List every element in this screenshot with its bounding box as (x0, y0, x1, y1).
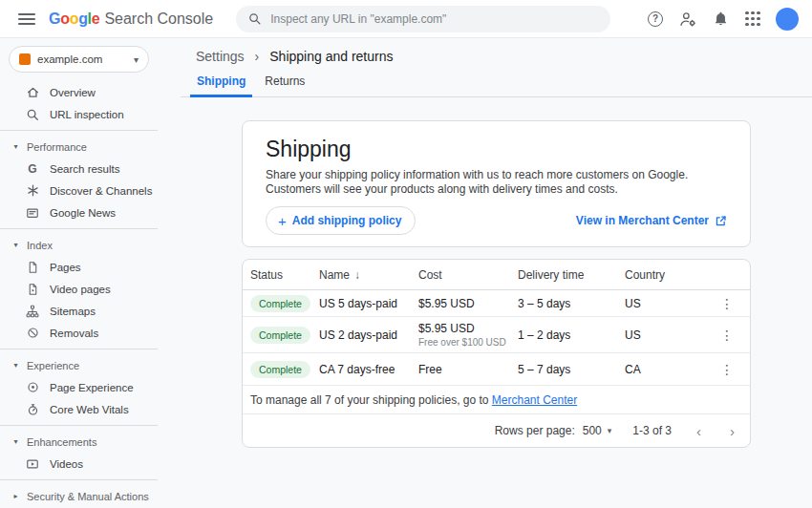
sidebar-nav: Overview URL inspection ▾ Performance G … (0, 73, 158, 507)
sitemap-icon (25, 304, 40, 319)
plus-icon: + (278, 214, 287, 228)
breadcrumb-current: Shipping and returns (269, 49, 393, 64)
sidebar-section-label: Security & Manual Actions (27, 491, 149, 502)
sidebar-item-label: Google News (50, 207, 116, 219)
tab-bar: Shipping Returns (181, 74, 812, 97)
sidebar-item-url-inspection[interactable]: URL inspection (0, 103, 158, 125)
logo-letter: o (60, 11, 69, 28)
sidebar-item-sitemaps[interactable]: Sitemaps (0, 300, 158, 322)
page-title: Shipping (266, 137, 727, 162)
sidebar-item-core-web-vitals[interactable]: Core Web Vitals (0, 398, 158, 420)
sidebar-section-security-manual-actions[interactable]: ▸ Security & Manual Actions (0, 485, 158, 507)
sidebar-item-label: Videos (50, 458, 83, 470)
chevron-right-icon: › (255, 49, 260, 64)
search-input[interactable] (270, 12, 601, 26)
sidebar-item-page-experience[interactable]: Page Experience (0, 376, 158, 398)
chevron-down-icon: ▾ (11, 361, 20, 370)
policy-country: US (625, 297, 712, 310)
apps-grid-icon[interactable] (739, 6, 766, 32)
sidebar-item-removals[interactable]: Removals (0, 322, 158, 344)
chevron-right-icon: ▸ (11, 492, 20, 500)
sidebar-item-label: URL inspection (50, 109, 124, 120)
sidebar-item-label: Video pages (50, 284, 111, 295)
chevron-down-icon: ▾ (11, 241, 20, 249)
pagination-range: 1-3 of 3 (632, 424, 672, 437)
google-g-icon: G (25, 161, 40, 177)
sidebar-section-label: Enhancements (27, 436, 96, 448)
table-row: Complete US 5 days-paid $5.95 USD 3 – 5 … (243, 290, 750, 317)
sidebar-item-google-news[interactable]: Google News (0, 201, 158, 223)
policy-cost: $5.95 USD (418, 297, 518, 310)
row-menu-kebab-icon[interactable]: ⋮ (720, 296, 734, 311)
sidebar-item-videos[interactable]: Videos (0, 453, 158, 475)
sidebar-item-overview[interactable]: Overview (0, 81, 158, 103)
tab-shipping[interactable]: Shipping (190, 74, 252, 97)
sidebar-item-video-pages[interactable]: Video pages (0, 278, 158, 300)
pagination-bar: Rows per page: 500 ▾ 1-3 of 3 ‹ › (243, 414, 750, 447)
sidebar-item-discover-channels[interactable]: Discover & Channels (0, 180, 158, 201)
videos-icon (25, 456, 40, 472)
sidebar-divider (0, 425, 158, 426)
column-header-country: Country (625, 268, 712, 282)
tab-returns[interactable]: Returns (258, 74, 311, 97)
logo-letter: g (78, 11, 87, 28)
add-shipping-policy-button[interactable]: + Add shipping policy (266, 206, 416, 235)
status-badge: Complete (250, 327, 310, 344)
row-menu-kebab-icon[interactable]: ⋮ (720, 362, 734, 377)
account-avatar[interactable] (776, 8, 799, 31)
sidebar-section-index[interactable]: ▾ Index (0, 234, 158, 256)
help-icon[interactable]: ? (642, 6, 669, 32)
chevron-down-icon: ▾ (11, 142, 20, 151)
card-actions: + Add shipping policy View in Merchant C… (266, 206, 727, 235)
removals-blocked-icon (25, 326, 40, 341)
sidebar-item-label: Page Experience (50, 382, 134, 393)
sidebar-item-pages[interactable]: Pages (0, 256, 158, 278)
page-experience-icon (25, 380, 40, 395)
hamburger-menu-icon[interactable] (18, 13, 35, 25)
row-menu-kebab-icon[interactable]: ⋮ (720, 328, 734, 343)
status-badge: Complete (250, 361, 310, 378)
sidebar-item-search-results[interactable]: G Search results (0, 158, 158, 180)
search-icon (25, 107, 40, 122)
property-label: example.com (37, 53, 127, 65)
sidebar-section-experience[interactable]: ▾ Experience (0, 354, 158, 376)
page-icon (25, 260, 40, 275)
breadcrumb-settings-link[interactable]: Settings (196, 49, 245, 64)
previous-page-icon[interactable]: ‹ (693, 423, 705, 439)
policy-delivery-time: 5 – 7 days (518, 363, 625, 376)
logo-letter: e (92, 11, 100, 28)
policy-name: US 2 days-paid (319, 328, 397, 342)
column-header-name[interactable]: Name ↓ (319, 268, 418, 282)
property-selector[interactable]: example.com ▾ (9, 46, 149, 73)
sidebar-section-label: Performance (27, 141, 87, 153)
sidebar-divider (0, 479, 158, 480)
policy-country: US (625, 328, 712, 342)
policy-name: CA 7 days-free (319, 363, 395, 376)
sidebar: example.com ▾ Overview URL inspection ▾ … (0, 38, 158, 508)
notifications-bell-icon[interactable] (707, 6, 734, 32)
table-row: Complete US 2 days-paid $5.95 USD Free o… (243, 317, 750, 353)
video-page-icon (25, 282, 40, 297)
user-settings-icon[interactable] (674, 6, 701, 32)
next-page-icon[interactable]: › (726, 423, 738, 439)
sidebar-section-label: Index (27, 240, 53, 251)
sidebar-item-label: Pages (50, 262, 81, 273)
view-in-merchant-center-link[interactable]: View in Merchant Center (576, 214, 727, 227)
search-icon (247, 11, 262, 26)
merchant-center-link[interactable]: Merchant Center (492, 393, 577, 407)
table-footer-note: To manage all 7 of your shipping policie… (243, 386, 750, 414)
chevron-down-icon: ▾ (608, 426, 612, 435)
sidebar-divider (0, 130, 158, 131)
table-header-row: Status Name ↓ Cost Delivery time Country (243, 260, 750, 290)
external-link-icon (715, 215, 727, 227)
sidebar-section-enhancements[interactable]: ▾ Enhancements (0, 431, 158, 453)
rows-per-page-select[interactable]: 500 ▾ (583, 424, 612, 437)
breadcrumb: Settings › Shipping and returns (158, 38, 812, 64)
url-inspection-searchbar[interactable] (236, 6, 610, 32)
policy-delivery-time: 1 – 2 days (518, 328, 625, 342)
home-icon (25, 85, 40, 100)
shipping-policies-table: Status Name ↓ Cost Delivery time Country… (242, 259, 751, 448)
sidebar-section-performance[interactable]: ▾ Performance (0, 136, 158, 158)
app-logo[interactable]: Google Search Console (49, 11, 213, 28)
logo-letter: o (70, 11, 78, 28)
